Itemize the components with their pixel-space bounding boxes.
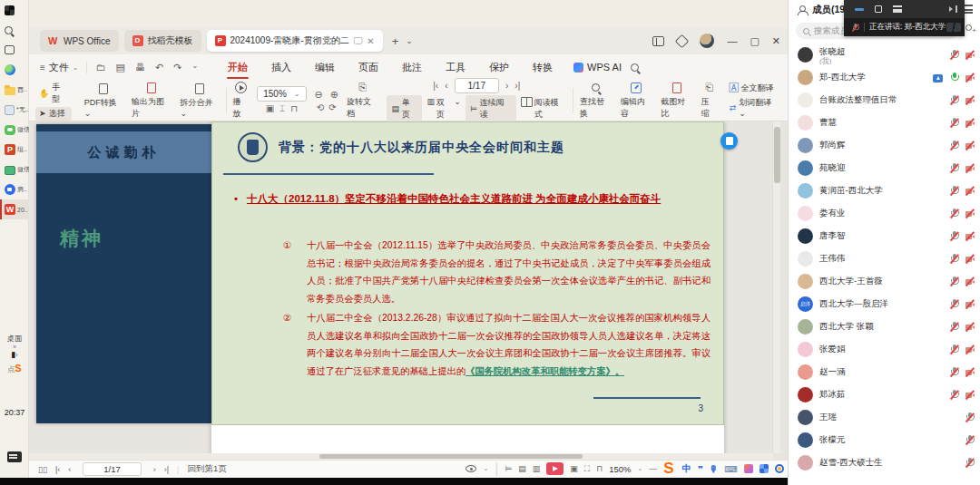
ime-keyboard-icon[interactable]: ⌨ xyxy=(725,464,738,474)
new-tab-button[interactable]: + xyxy=(392,34,399,48)
status-zoom-value[interactable]: 150% xyxy=(609,464,631,474)
full-translate-button[interactable]: 🄰全文翻译 xyxy=(726,82,781,95)
menu-tab-保护[interactable]: 保护 xyxy=(477,56,521,79)
member-row[interactable]: 赵雪-西大硕士生 xyxy=(789,451,980,474)
taskbar-clock[interactable]: 20:37 xyxy=(0,408,29,417)
window-tab[interactable]: P20241009-雷晓康-贯彻党的二🖵✕ xyxy=(207,30,383,52)
compress-button[interactable]: ⎗压缩 xyxy=(701,82,718,120)
member-row[interactable]: 郑冰茹 xyxy=(789,383,980,406)
sogou-ime-icon[interactable]: S xyxy=(15,363,21,373)
menu-search-icon[interactable] xyxy=(631,63,639,72)
next-page-icon[interactable]: › xyxy=(505,81,508,91)
vertical-scrollbar[interactable] xyxy=(772,121,780,453)
rotate-doc-label[interactable]: ⎘旋转文档 xyxy=(347,82,379,120)
ime-mic-icon[interactable]: 🎙 xyxy=(710,464,719,474)
taskbar-item-task-view[interactable] xyxy=(0,40,29,60)
member-row[interactable]: 台账政法整理值日常 xyxy=(789,89,980,112)
meeting-minimize-icon[interactable] xyxy=(855,8,864,11)
member-row[interactable]: 张爱娟 xyxy=(789,338,980,361)
file-menu[interactable]: 文件 xyxy=(49,61,69,74)
member-row[interactable]: 赵一涵 xyxy=(789,361,980,383)
document-canvas[interactable]: 公诚勤朴 精神 背景：党的十八大以来历届中央全会时间和主题 • 十八大（2012… xyxy=(29,121,788,460)
taskbar-item-windows-logo[interactable] xyxy=(0,0,29,20)
user-avatar[interactable] xyxy=(700,34,714,48)
taskbar-item-powerpoint[interactable]: P组.. xyxy=(0,140,29,160)
fit-height-icon[interactable]: ⊓ xyxy=(596,464,603,473)
ime-grid-icon[interactable] xyxy=(760,464,769,473)
first-page-icon[interactable]: |‹ xyxy=(433,81,438,91)
ime-skin-icon[interactable] xyxy=(744,464,753,473)
taskbar-item-edge-browser[interactable] xyxy=(0,60,29,80)
vertical-scrollbar-thumb[interactable] xyxy=(774,127,780,183)
zoom-in-icon[interactable]: ⊕ xyxy=(330,89,338,101)
pen-input-icon[interactable]: ▮› xyxy=(0,350,29,363)
single-page-button[interactable]: ▤ 单页 xyxy=(387,95,422,122)
zoom-slider-minus-icon[interactable]: — xyxy=(649,464,657,473)
window-tab[interactable]: WWPS Office xyxy=(40,30,119,52)
status-prev-page-icon[interactable]: ‹ xyxy=(68,465,71,474)
split-merge-button[interactable]: 拆分合并⌄ xyxy=(180,82,219,118)
meeting-restore-icon[interactable] xyxy=(875,5,882,13)
member-row[interactable]: 郭尚辉 xyxy=(789,134,980,157)
taskbar-item-notepad[interactable]: *无.. xyxy=(0,100,29,120)
zoom-out-icon[interactable]: ⊖ xyxy=(315,89,323,101)
taskbar-item-tencent-meeting[interactable]: 腾.. xyxy=(0,179,29,199)
window-tab[interactable]: D找稻壳模板 xyxy=(124,30,201,52)
status-next-page-icon[interactable]: › xyxy=(153,465,156,474)
quickbar-dropdown-icon[interactable]: ⌄ xyxy=(191,62,198,73)
horizontal-scrollbar-thumb[interactable] xyxy=(319,454,583,459)
minimize-button[interactable]: — xyxy=(727,35,737,46)
redo-icon[interactable]: ↷ xyxy=(173,62,181,73)
read-mode-button[interactable]: 阅读模式 xyxy=(521,97,566,121)
taskbar-item-folder[interactable]: 西.. xyxy=(0,80,29,100)
back-to-first-page-button[interactable]: 回到第1页 xyxy=(188,463,227,475)
split-view-icon[interactable] xyxy=(652,36,664,46)
find-replace-button[interactable]: 查找替换 xyxy=(580,82,612,120)
print-icon[interactable]: 🖶 xyxy=(135,62,145,73)
floating-tools-button[interactable] xyxy=(720,132,738,150)
member-row[interactable]: 启洋西北大学—殷启洋 xyxy=(789,293,980,315)
member-row[interactable]: 郑-西北大学 xyxy=(789,66,980,89)
member-row[interactable]: 娄有业 xyxy=(789,202,980,225)
status-first-page-icon[interactable]: |‹ xyxy=(55,465,60,474)
double-page-button[interactable]: ▥ 双页⌄ xyxy=(426,97,460,121)
workspace-icon[interactable] xyxy=(675,34,690,48)
desktop-button[interactable]: 桌面 xyxy=(0,334,29,344)
edit-content-button[interactable]: 编辑内容 xyxy=(621,82,653,120)
previous-page-thumbnail[interactable]: 公诚勤朴 精神 xyxy=(36,124,211,423)
prev-page-icon[interactable]: ‹ xyxy=(445,81,447,91)
member-row[interactable]: 王瑶 xyxy=(789,406,980,429)
status-page-indicator[interactable]: 1/17 xyxy=(83,462,142,476)
ime-settings-icon[interactable] xyxy=(775,464,784,473)
menu-tab-插入[interactable]: 插入 xyxy=(260,56,303,79)
fit-icon-3[interactable]: ⊓ xyxy=(290,103,298,114)
overlay-mic-muted-icon[interactable] xyxy=(852,24,858,32)
ime-language-icon[interactable]: 中 xyxy=(682,462,691,475)
member-row[interactable]: 西北大学-王首薇 xyxy=(789,270,980,293)
member-row[interactable]: 张晓超(我) xyxy=(789,44,980,66)
view-mode-eye-icon[interactable] xyxy=(466,465,476,472)
play-button[interactable] xyxy=(546,462,564,475)
play-slideshow-button[interactable]: 播放 xyxy=(232,82,249,120)
save-icon[interactable]: ▤ xyxy=(116,62,125,73)
member-row[interactable]: 黄润茁-西北大学 xyxy=(789,179,980,202)
continuous-layout-icon[interactable]: ⊨ xyxy=(505,464,512,473)
hand-tool-button[interactable]: ✋手型 xyxy=(35,81,72,106)
taskbar-item-wechat[interactable]: 微信 xyxy=(0,120,29,140)
undo-icon[interactable]: ↶ xyxy=(155,62,163,73)
rotate-right-icon[interactable]: ⟳ xyxy=(328,102,336,112)
double-layout-icon[interactable]: ▥ xyxy=(533,464,541,473)
member-row[interactable]: 张檬元 xyxy=(789,429,980,451)
menu-tab-页面[interactable]: 页面 xyxy=(347,56,390,79)
rotate-left-icon[interactable]: ⟲ xyxy=(317,102,324,112)
pdf-convert-button[interactable]: PDF转换⌄ xyxy=(84,82,123,118)
maximize-button[interactable]: ▢ xyxy=(750,35,759,47)
single-layout-icon[interactable]: ▤ xyxy=(518,464,526,473)
select-tool-button[interactable]: ➤选择 xyxy=(35,107,72,121)
status-last-page-icon[interactable]: ›| xyxy=(164,465,169,474)
menu-tab-批注[interactable]: 批注 xyxy=(390,56,434,79)
open-icon[interactable]: 🗀 xyxy=(96,62,106,73)
horizontal-scrollbar[interactable] xyxy=(29,453,773,460)
meeting-list-view-icon[interactable] xyxy=(893,5,902,13)
fit-icon-2[interactable]: ⌶ xyxy=(279,103,285,114)
